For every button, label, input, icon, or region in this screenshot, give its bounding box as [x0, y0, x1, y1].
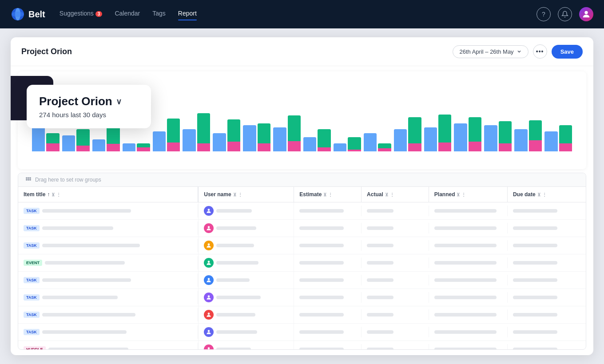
user-skeleton [216, 348, 251, 350]
bar-group [243, 123, 270, 151]
bar-blue [62, 135, 75, 151]
bar-blue [123, 143, 135, 151]
td-due [508, 292, 586, 303]
filter-icon-estimate[interactable]: ⊻ [323, 192, 326, 197]
bar-blue [243, 125, 256, 151]
estimate-skeleton [299, 330, 344, 334]
planned-skeleton [434, 296, 497, 299]
actual-skeleton [367, 261, 393, 265]
bar-green [559, 125, 572, 143]
table-row[interactable]: TASK [18, 272, 586, 289]
nav-right-actions: ? [536, 7, 593, 21]
save-button[interactable]: Save [552, 45, 583, 59]
td-planned [429, 206, 508, 216]
item-skeleton [42, 330, 127, 334]
bar-stack [559, 125, 572, 151]
planned-skeleton [434, 313, 497, 317]
more-icon-user[interactable]: ⋮ [238, 192, 242, 197]
td-planned [429, 223, 508, 233]
user-skeleton [216, 226, 256, 230]
svg-point-3 [584, 11, 588, 14]
more-icon-item[interactable]: ⋮ [56, 192, 61, 197]
nav-item-calendar[interactable]: Calendar [115, 10, 140, 19]
bar-group [123, 143, 150, 151]
td-item: TASK [18, 325, 198, 339]
more-icon-estimate[interactable]: ⋮ [328, 192, 333, 197]
user-avatar-cell [204, 275, 214, 285]
bar-green [137, 143, 150, 147]
logo[interactable]: Belt [11, 7, 45, 21]
filter-icon-due[interactable]: ⊻ [537, 192, 540, 197]
table-row[interactable]: TASK [18, 237, 586, 254]
item-skeleton [45, 261, 125, 265]
chevron-down-icon [517, 49, 522, 54]
table-row[interactable]: TASK [18, 289, 586, 306]
planned-skeleton [434, 209, 497, 213]
user-skeleton [216, 313, 255, 317]
bar-green [469, 117, 481, 142]
svg-point-17 [208, 330, 210, 332]
user-avatar[interactable] [579, 7, 593, 21]
actual-skeleton [367, 278, 393, 282]
bar-green [197, 113, 210, 143]
due-skeleton [513, 330, 557, 334]
date-range-button[interactable]: 26th April – 26th May [453, 45, 528, 58]
nav-item-suggestions[interactable]: Suggestions3 [60, 10, 103, 19]
more-options-button[interactable]: ••• [533, 44, 547, 59]
table-row[interactable]: HUDDLE [18, 341, 586, 350]
user-skeleton [216, 244, 254, 247]
row-tag: EVENT [24, 260, 42, 266]
bar-pink [258, 143, 270, 151]
bar-stack [258, 123, 270, 151]
tooltip-subtitle: 274 hours last 30 days [39, 111, 139, 119]
bar-stack [288, 115, 301, 151]
item-skeleton [42, 244, 140, 247]
table-row[interactable]: EVENT [18, 254, 586, 272]
svg-point-18 [208, 347, 210, 349]
table-row[interactable]: TASK [18, 220, 586, 237]
bar-stack [46, 133, 59, 151]
estimate-skeleton [299, 244, 344, 247]
table-row[interactable]: TASK [18, 202, 586, 220]
due-skeleton [513, 313, 557, 317]
bar-pink [227, 142, 240, 151]
bar-stack [318, 129, 330, 151]
nav-item-report[interactable]: Report [178, 10, 197, 19]
td-user [198, 272, 294, 289]
planned-skeleton [434, 330, 497, 334]
td-actual [362, 292, 429, 303]
th-estimate: Estimate ⊻ ⋮ [294, 187, 362, 202]
filter-icon-user[interactable]: ⊻ [233, 192, 236, 197]
content-area: Project Orion ∨ 274 hours last 30 days [11, 66, 593, 355]
filter-icon-item[interactable]: ⊻ [52, 192, 55, 197]
table-row[interactable]: TASK [18, 306, 586, 324]
bar-pink [167, 142, 180, 151]
filter-icon-planned[interactable]: ⊻ [457, 192, 460, 197]
bar-blue [92, 139, 105, 151]
more-icon-actual[interactable]: ⋮ [390, 192, 394, 197]
svg-point-2 [12, 12, 24, 17]
notifications-button[interactable] [558, 7, 572, 21]
help-button[interactable]: ? [536, 7, 551, 21]
chevron-icon: ∨ [116, 97, 122, 107]
user-avatar-cell [204, 223, 214, 233]
bar-pink [46, 143, 59, 151]
td-estimate [294, 309, 362, 320]
table-row[interactable]: TASK [18, 324, 586, 341]
drag-row-groups[interactable]: Drag here to set row groups [18, 173, 586, 187]
more-icon-due[interactable]: ⋮ [542, 192, 547, 197]
more-icon-planned[interactable]: ⋮ [461, 192, 466, 197]
user-skeleton [216, 330, 257, 334]
filter-icon-actual[interactable]: ⊻ [385, 192, 388, 197]
svg-point-15 [208, 295, 210, 297]
bar-green [46, 133, 59, 143]
row-tag: TASK [24, 312, 40, 318]
td-item: TASK [18, 273, 198, 287]
bar-pink [469, 142, 481, 151]
row-tag: TASK [24, 208, 40, 214]
svg-rect-6 [30, 178, 31, 178]
due-skeleton [513, 278, 557, 282]
bar-group [153, 119, 180, 151]
user-skeleton [216, 296, 261, 299]
nav-item-tags[interactable]: Tags [152, 10, 166, 19]
